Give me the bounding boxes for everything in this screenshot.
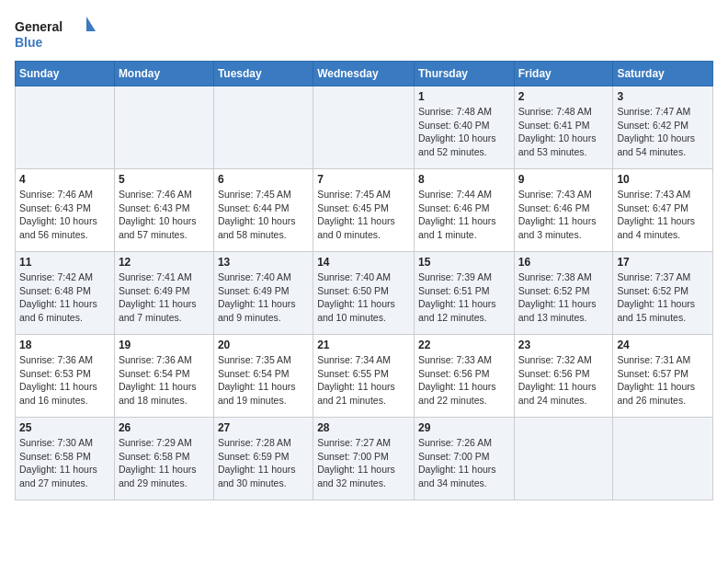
calendar-header: SundayMondayTuesdayWednesdayThursdayFrid… [16, 62, 713, 86]
calendar-cell: 21Sunrise: 7:34 AMSunset: 6:55 PMDayligh… [313, 335, 415, 418]
day-number: 9 [518, 173, 609, 186]
calendar-cell: 10Sunrise: 7:43 AMSunset: 6:47 PMDayligh… [613, 169, 713, 252]
day-of-week-header: Friday [514, 62, 613, 86]
day-number: 6 [218, 173, 309, 186]
day-info: Sunrise: 7:31 AMSunset: 6:57 PMDaylight:… [617, 353, 709, 408]
calendar-cell: 6Sunrise: 7:45 AMSunset: 6:44 PMDaylight… [213, 169, 313, 252]
day-info: Sunrise: 7:29 AMSunset: 6:58 PMDaylight:… [119, 436, 210, 490]
day-info: Sunrise: 7:43 AMSunset: 6:47 PMDaylight:… [617, 188, 709, 242]
day-number: 13 [218, 256, 309, 269]
day-info: Sunrise: 7:26 AMSunset: 7:00 PMDaylight:… [418, 436, 510, 490]
day-info: Sunrise: 7:48 AMSunset: 6:40 PMDaylight:… [418, 105, 510, 159]
calendar-cell [313, 86, 415, 169]
svg-marker-2 [86, 17, 96, 31]
day-info: Sunrise: 7:33 AMSunset: 6:56 PMDaylight:… [418, 353, 510, 408]
day-info: Sunrise: 7:46 AMSunset: 6:43 PMDaylight:… [19, 188, 110, 242]
day-number: 29 [418, 421, 510, 434]
day-number: 2 [518, 90, 609, 103]
day-info: Sunrise: 7:37 AMSunset: 6:52 PMDaylight:… [617, 270, 709, 325]
calendar-cell: 23Sunrise: 7:32 AMSunset: 6:56 PMDayligh… [514, 335, 613, 418]
day-number: 8 [418, 173, 510, 186]
calendar-week-row: 25Sunrise: 7:30 AMSunset: 6:58 PMDayligh… [16, 418, 713, 500]
calendar-cell: 5Sunrise: 7:46 AMSunset: 6:43 PMDaylight… [114, 169, 213, 252]
calendar-cell: 9Sunrise: 7:43 AMSunset: 6:46 PMDaylight… [514, 169, 613, 252]
day-number: 24 [617, 339, 709, 351]
calendar-cell: 29Sunrise: 7:26 AMSunset: 7:00 PMDayligh… [414, 418, 514, 500]
calendar-table: SundayMondayTuesdayWednesdayThursdayFrid… [15, 61, 713, 500]
day-info: Sunrise: 7:34 AMSunset: 6:55 PMDaylight:… [317, 353, 410, 408]
calendar-cell: 12Sunrise: 7:41 AMSunset: 6:49 PMDayligh… [114, 252, 213, 335]
calendar-cell: 22Sunrise: 7:33 AMSunset: 6:56 PMDayligh… [414, 335, 514, 418]
calendar-cell: 20Sunrise: 7:35 AMSunset: 6:54 PMDayligh… [213, 335, 313, 418]
day-of-week-header: Saturday [613, 62, 713, 86]
day-info: Sunrise: 7:36 AMSunset: 6:54 PMDaylight:… [119, 353, 210, 408]
day-info: Sunrise: 7:35 AMSunset: 6:54 PMDaylight:… [218, 353, 309, 408]
calendar-cell: 25Sunrise: 7:30 AMSunset: 6:58 PMDayligh… [16, 418, 115, 500]
day-number: 15 [418, 256, 510, 269]
logo-svg: General Blue [15, 15, 97, 52]
day-info: Sunrise: 7:36 AMSunset: 6:53 PMDaylight:… [19, 353, 110, 408]
calendar-cell: 4Sunrise: 7:46 AMSunset: 6:43 PMDaylight… [16, 169, 115, 252]
day-number: 14 [317, 256, 410, 269]
day-info: Sunrise: 7:41 AMSunset: 6:49 PMDaylight:… [119, 270, 210, 325]
calendar-cell: 15Sunrise: 7:39 AMSunset: 6:51 PMDayligh… [414, 252, 514, 335]
day-of-week-header: Wednesday [313, 62, 415, 86]
day-number: 3 [617, 90, 709, 103]
day-info: Sunrise: 7:38 AMSunset: 6:52 PMDaylight:… [518, 270, 609, 325]
day-number: 10 [617, 173, 709, 186]
calendar-cell: 2Sunrise: 7:48 AMSunset: 6:41 PMDaylight… [514, 86, 613, 169]
day-info: Sunrise: 7:40 AMSunset: 6:49 PMDaylight:… [218, 270, 309, 325]
day-number: 20 [218, 339, 309, 351]
calendar-cell [16, 86, 115, 169]
day-number: 11 [19, 256, 110, 269]
day-of-week-header: Tuesday [213, 62, 313, 86]
day-info: Sunrise: 7:47 AMSunset: 6:42 PMDaylight:… [617, 105, 709, 159]
day-of-week-header: Monday [114, 62, 213, 86]
day-number: 18 [19, 339, 110, 351]
day-info: Sunrise: 7:43 AMSunset: 6:46 PMDaylight:… [518, 188, 609, 242]
day-number: 16 [518, 256, 609, 269]
day-number: 23 [518, 339, 609, 351]
calendar-cell: 16Sunrise: 7:38 AMSunset: 6:52 PMDayligh… [514, 252, 613, 335]
calendar-cell [613, 418, 713, 500]
calendar-week-row: 11Sunrise: 7:42 AMSunset: 6:48 PMDayligh… [16, 252, 713, 335]
day-number: 28 [317, 421, 410, 434]
day-number: 17 [617, 256, 709, 269]
calendar-cell: 1Sunrise: 7:48 AMSunset: 6:40 PMDaylight… [414, 86, 514, 169]
day-info: Sunrise: 7:45 AMSunset: 6:45 PMDaylight:… [317, 188, 410, 242]
header-row: SundayMondayTuesdayWednesdayThursdayFrid… [16, 62, 713, 86]
calendar-cell: 3Sunrise: 7:47 AMSunset: 6:42 PMDaylight… [613, 86, 713, 169]
calendar-week-row: 1Sunrise: 7:48 AMSunset: 6:40 PMDaylight… [16, 86, 713, 169]
calendar-cell [114, 86, 213, 169]
day-number: 21 [317, 339, 410, 351]
logo: General Blue [15, 15, 97, 52]
day-number: 27 [218, 421, 309, 434]
day-info: Sunrise: 7:28 AMSunset: 6:59 PMDaylight:… [218, 436, 309, 490]
day-info: Sunrise: 7:40 AMSunset: 6:50 PMDaylight:… [317, 270, 410, 325]
day-info: Sunrise: 7:30 AMSunset: 6:58 PMDaylight:… [19, 436, 110, 490]
calendar-cell: 27Sunrise: 7:28 AMSunset: 6:59 PMDayligh… [213, 418, 313, 500]
day-info: Sunrise: 7:45 AMSunset: 6:44 PMDaylight:… [218, 188, 309, 242]
day-info: Sunrise: 7:39 AMSunset: 6:51 PMDaylight:… [418, 270, 510, 325]
day-of-week-header: Thursday [414, 62, 514, 86]
day-info: Sunrise: 7:42 AMSunset: 6:48 PMDaylight:… [19, 270, 110, 325]
day-of-week-header: Sunday [16, 62, 115, 86]
day-number: 12 [119, 256, 210, 269]
calendar-cell: 8Sunrise: 7:44 AMSunset: 6:46 PMDaylight… [414, 169, 514, 252]
day-number: 7 [317, 173, 410, 186]
calendar-body: 1Sunrise: 7:48 AMSunset: 6:40 PMDaylight… [16, 86, 713, 500]
svg-text:General: General [15, 19, 63, 34]
day-number: 4 [19, 173, 110, 186]
day-info: Sunrise: 7:48 AMSunset: 6:41 PMDaylight:… [518, 105, 609, 159]
day-number: 1 [418, 90, 510, 103]
calendar-cell: 17Sunrise: 7:37 AMSunset: 6:52 PMDayligh… [613, 252, 713, 335]
svg-text:Blue: Blue [15, 35, 43, 50]
calendar-cell [514, 418, 613, 500]
calendar-cell: 19Sunrise: 7:36 AMSunset: 6:54 PMDayligh… [114, 335, 213, 418]
day-number: 5 [119, 173, 210, 186]
calendar-cell: 13Sunrise: 7:40 AMSunset: 6:49 PMDayligh… [213, 252, 313, 335]
day-number: 25 [19, 421, 110, 434]
day-number: 26 [119, 421, 210, 434]
calendar-week-row: 18Sunrise: 7:36 AMSunset: 6:53 PMDayligh… [16, 335, 713, 418]
day-info: Sunrise: 7:32 AMSunset: 6:56 PMDaylight:… [518, 353, 609, 408]
